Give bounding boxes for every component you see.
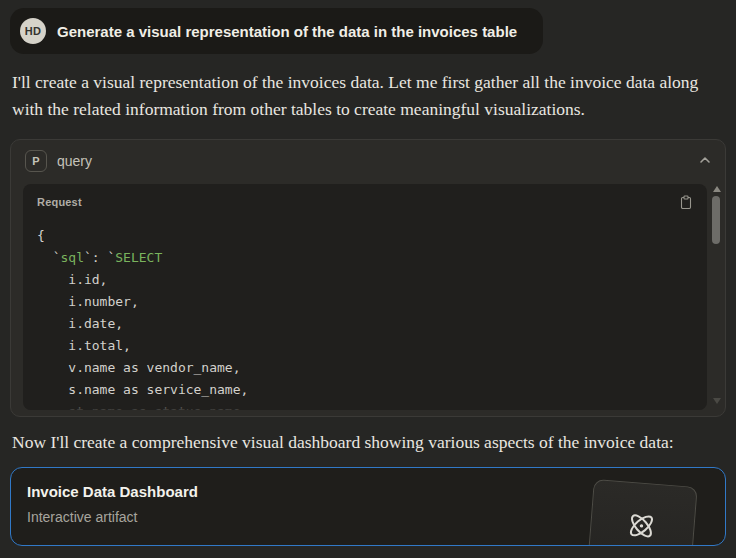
scrollbar-down-arrow-icon[interactable]: [713, 398, 721, 404]
atom-icon: [620, 504, 663, 546]
scrollbar-thumb[interactable]: [712, 196, 720, 244]
code-line: `sql`: `SELECT: [37, 247, 693, 269]
artifact-subtitle: Interactive artifact: [27, 509, 138, 525]
code-line: {: [37, 225, 693, 247]
provider-badge: P: [25, 150, 47, 172]
code-line: v.name as vendor_name,: [37, 357, 693, 379]
tool-name-label: query: [57, 140, 92, 182]
code-line: i.total,: [37, 335, 693, 357]
chevron-up-icon[interactable]: [698, 153, 712, 167]
scrollbar-up-arrow-icon[interactable]: [713, 186, 721, 192]
chat-page: HD Generate a visual representation of t…: [0, 0, 736, 558]
request-label: Request: [37, 196, 82, 208]
assistant-intro-paragraph: I'll create a visual representation of t…: [12, 69, 728, 123]
artifact-title: Invoice Data Dashboard: [27, 483, 198, 500]
code-line: st.name as status_name: [37, 401, 693, 410]
user-message-bubble: HD Generate a visual representation of t…: [10, 8, 543, 54]
request-code-block: Request { `sql`: `SELECT i.id, i.number,…: [23, 184, 707, 410]
code-line: i.number,: [37, 291, 693, 313]
tool-call-panel: P query Request { `sql`: `SELECT i.id, i…: [10, 139, 726, 417]
artifact-card[interactable]: Invoice Data Dashboard Interactive artif…: [10, 467, 726, 546]
code-scrollbar[interactable]: [712, 186, 721, 404]
code-lines: { `sql`: `SELECT i.id, i.number, i.date,…: [37, 225, 693, 410]
code-line: i.id,: [37, 269, 693, 291]
code-line: s.name as service_name,: [37, 379, 693, 401]
tool-call-header[interactable]: P query: [11, 140, 725, 182]
user-message-text: Generate a visual representation of the …: [57, 23, 517, 40]
copy-icon[interactable]: [679, 195, 693, 210]
artifact-preview-thumbnail: [585, 479, 697, 546]
code-line: i.date,: [37, 313, 693, 335]
user-avatar: HD: [20, 18, 46, 44]
assistant-followup-paragraph: Now I'll create a comprehensive visual d…: [12, 429, 728, 456]
